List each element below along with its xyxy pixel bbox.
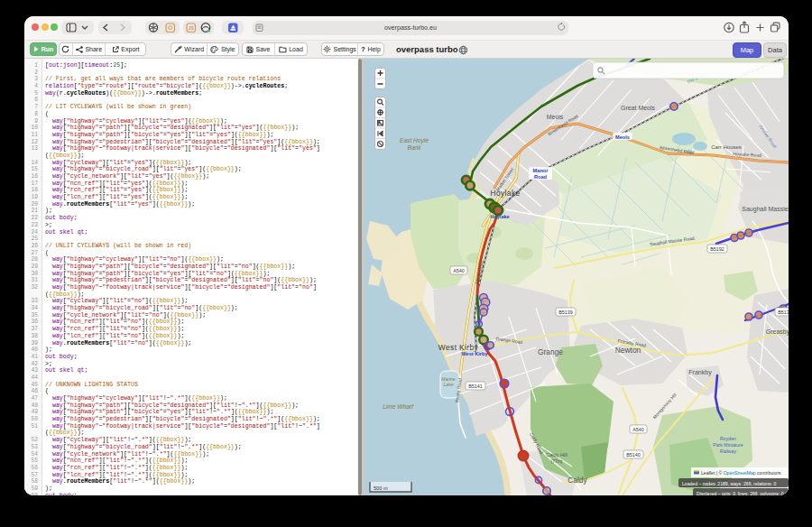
svg-text:B5141: B5141 [468, 384, 483, 389]
svg-text:Hoylake: Hoylake [490, 214, 509, 219]
svg-text:Greasby: Greasby [766, 328, 789, 336]
svg-text:Meols: Meols [615, 134, 630, 140]
svg-text:Leaflet | © OpenStreetMap cont: Leaflet | © OpenStreetMap contributors [701, 470, 781, 476]
svg-text:Newton: Newton [615, 346, 641, 355]
svg-text:Bank: Bank [407, 144, 421, 151]
svg-text:Lake: Lake [444, 382, 454, 387]
svg-text:500 m: 500 m [374, 485, 388, 491]
svg-text:Grange: Grange [538, 347, 563, 356]
svg-text:Frankby: Frankby [688, 369, 712, 376]
svg-text:A540: A540 [453, 268, 465, 273]
svg-text:Park Miniature: Park Miniature [713, 442, 743, 448]
svg-text:(77m): (77m) [550, 458, 562, 464]
svg-text:B5139: B5139 [778, 310, 789, 315]
svg-text:Road: Road [534, 174, 548, 180]
svg-text:Carr Houses: Carr Houses [711, 144, 742, 150]
svg-text:B5192: B5192 [710, 246, 724, 252]
svg-text:B5139: B5139 [558, 310, 573, 315]
svg-text:Loaded – nodes: 2189, ways: 26: Loaded – nodes: 2189, ways: 266, relatio… [682, 481, 776, 486]
svg-text:Great Meols: Great Meols [621, 105, 656, 111]
svg-text:JS: JS [189, 25, 195, 31]
svg-text:B5140: B5140 [626, 452, 641, 458]
svg-text:Displayed – pois: 0, lines: 26: Displayed – pois: 0, lines: 266, polygon… [697, 491, 784, 496]
svg-text:Manor: Manor [533, 168, 549, 173]
svg-text:overpass-turbo.eu: overpass-turbo.eu [384, 23, 437, 32]
svg-text:Railway: Railway [720, 448, 737, 454]
svg-text:Saughall Massie: Saughall Massie [742, 206, 788, 213]
svg-text:Caldy Hill: Caldy Hill [546, 452, 567, 458]
svg-text:Lime Wharf: Lime Wharf [383, 403, 414, 410]
svg-text:Meols: Meols [547, 114, 564, 120]
svg-text:Royden: Royden [720, 436, 736, 441]
svg-text:Caldy: Caldy [567, 476, 587, 485]
svg-text:A540: A540 [632, 427, 644, 432]
svg-text:East Hoyle: East Hoyle [400, 137, 429, 144]
svg-text:West Kirby: West Kirby [461, 351, 488, 356]
